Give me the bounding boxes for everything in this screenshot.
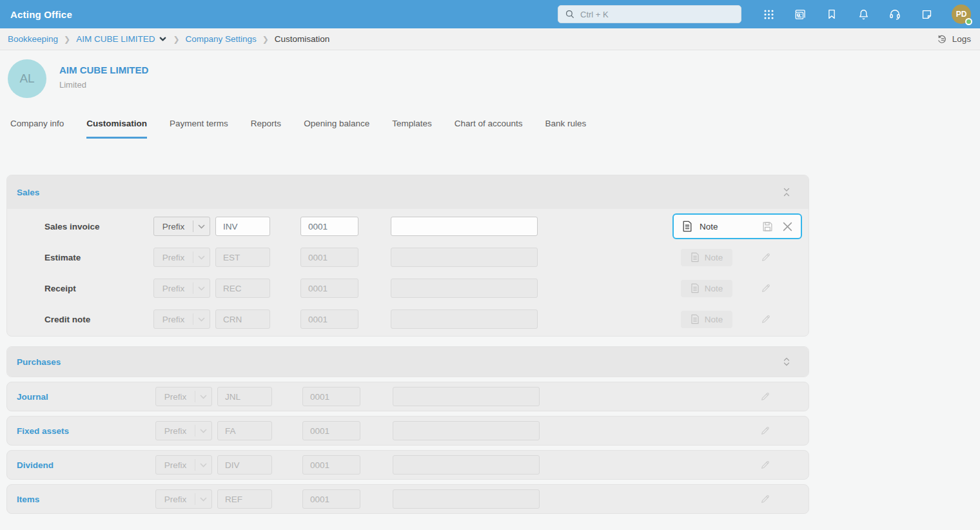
prefix-select-disabled: Prefix (155, 489, 212, 509)
purchases-section-title: Purchases (17, 357, 61, 367)
save-icon[interactable] (762, 221, 773, 232)
edit-pencil-icon[interactable] (761, 283, 771, 293)
prefix-select-disabled: Prefix (155, 387, 212, 406)
prefix-select-value: Prefix (154, 253, 193, 262)
prefix-code-input-disabled (215, 279, 270, 298)
close-icon[interactable] (783, 222, 792, 231)
document-icon (691, 314, 700, 324)
prefix-code-input-disabled (217, 387, 272, 406)
expand-icon[interactable] (781, 357, 792, 367)
number-input-disabled (300, 248, 358, 267)
app-title: Acting Office (10, 9, 72, 20)
tab-templates[interactable]: Templates (392, 119, 432, 139)
custom-text-input-disabled (393, 489, 540, 509)
prefix-select-value: Prefix (156, 495, 195, 504)
user-initials: PD (956, 10, 967, 19)
number-input-disabled (300, 279, 358, 298)
row-label: Items (17, 495, 155, 504)
sales-section-header[interactable]: Sales (7, 175, 808, 209)
logs-label: Logs (952, 34, 971, 44)
prefix-code-input-disabled (217, 455, 272, 475)
row-label: Sales invoice (44, 222, 153, 231)
topbar-icons (762, 8, 933, 21)
note-label: Note (705, 253, 723, 262)
breadcrumb-bookkeeping[interactable]: Bookkeeping (8, 34, 58, 44)
document-icon (691, 283, 700, 293)
breadcrumb-bar: Bookkeeping ❯ AIM CUBE LIMITED ❯ Company… (0, 28, 980, 50)
company-header: AL AIM CUBE LIMITED Limited (0, 50, 980, 98)
edit-pencil-icon[interactable] (760, 494, 770, 504)
row-estimate: Estimate Prefix Note (7, 242, 808, 273)
apps-grid-icon[interactable] (762, 8, 775, 21)
prefix-select-value: Prefix (154, 222, 193, 231)
edit-pencil-icon[interactable] (760, 426, 770, 436)
breadcrumb-current: Customisation (275, 34, 330, 44)
prefix-code-input-disabled (215, 309, 270, 329)
tab-customisation[interactable]: Customisation (86, 119, 147, 139)
edit-pencil-icon[interactable] (761, 252, 771, 262)
prefix-select-value: Prefix (154, 315, 193, 324)
global-search[interactable] (558, 5, 741, 23)
number-input-disabled (302, 387, 360, 406)
breadcrumb-company[interactable]: AIM CUBE LIMITED (76, 34, 155, 44)
document-icon (682, 221, 692, 232)
purchases-section-header[interactable]: Purchases (7, 347, 808, 377)
row-credit-note: Credit note Prefix Note (7, 304, 808, 335)
prefix-select-value: Prefix (156, 426, 195, 436)
tab-payment-terms[interactable]: Payment terms (170, 119, 228, 139)
tab-opening-balance[interactable]: Opening balance (304, 119, 369, 139)
custom-text-input-disabled (393, 421, 540, 440)
company-dropdown-caret-icon[interactable] (159, 35, 167, 43)
top-bar: Acting Office PD (0, 0, 980, 28)
document-icon (691, 252, 700, 262)
logs-history-icon (936, 34, 948, 45)
row-dividend: Dividend Prefix (6, 450, 809, 480)
company-avatar: AL (8, 59, 46, 98)
row-receipt: Receipt Prefix Note (7, 273, 808, 304)
prefix-select-value: Prefix (156, 392, 195, 402)
tab-reports[interactable]: Reports (251, 119, 281, 139)
edit-pencil-icon[interactable] (760, 460, 770, 470)
tab-company-info[interactable]: Company info (10, 119, 64, 139)
chevron-down-icon (193, 286, 210, 291)
support-headset-icon[interactable] (888, 8, 901, 21)
note-button-disabled: Note (681, 280, 732, 297)
note-button-disabled: Note (681, 249, 732, 266)
row-label: Fixed assets (17, 426, 155, 436)
edit-pencil-icon[interactable] (761, 314, 771, 324)
note-editor-active[interactable]: Note (672, 213, 802, 239)
chevron-right-icon: ❯ (64, 35, 70, 44)
chevron-down-icon (195, 497, 211, 502)
notifications-bell-icon[interactable] (857, 8, 870, 21)
note-label: Note (705, 284, 723, 293)
user-avatar[interactable]: PD (952, 5, 971, 24)
logs-button[interactable]: Logs (936, 34, 971, 45)
breadcrumb-company-settings[interactable]: Company Settings (185, 34, 256, 44)
prefix-select[interactable]: Prefix (153, 217, 210, 236)
prefix-select-disabled: Prefix (153, 248, 210, 267)
notes-page-icon[interactable] (920, 8, 933, 21)
company-initials: AL (19, 72, 34, 86)
custom-text-input[interactable] (391, 217, 538, 236)
chevron-down-icon (195, 395, 211, 399)
note-label: Note (705, 315, 723, 324)
search-input[interactable] (580, 10, 734, 19)
number-input[interactable] (300, 217, 358, 236)
tab-chart-of-accounts[interactable]: Chart of accounts (455, 119, 523, 139)
news-feed-icon[interactable] (794, 8, 807, 21)
row-label: Credit note (44, 315, 153, 324)
prefix-code-input[interactable] (215, 217, 270, 236)
chevron-right-icon: ❯ (262, 35, 269, 44)
collapse-icon[interactable] (781, 187, 792, 197)
tab-bank-rules[interactable]: Bank rules (545, 119, 587, 139)
bookmark-icon[interactable] (825, 8, 838, 21)
note-button-disabled: Note (681, 311, 732, 328)
prefix-select-value: Prefix (154, 284, 193, 293)
chevron-down-icon (193, 317, 210, 322)
chevron-down-icon (193, 224, 210, 229)
number-input-disabled (302, 455, 360, 475)
edit-pencil-icon[interactable] (760, 391, 770, 402)
prefix-select-disabled: Prefix (155, 421, 212, 440)
chevron-down-icon (193, 255, 210, 260)
row-sales-invoice: Sales invoice Prefix Note (7, 211, 808, 242)
